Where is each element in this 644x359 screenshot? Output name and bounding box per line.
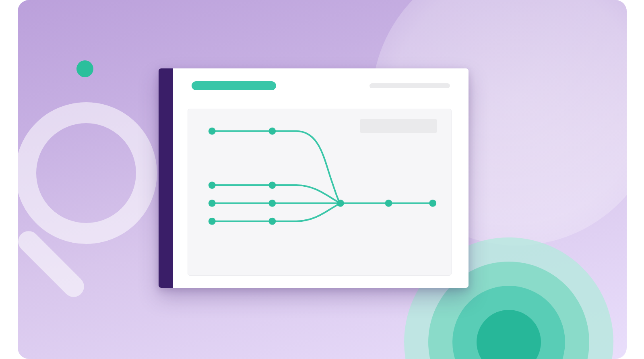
hero-illustration <box>18 0 627 359</box>
node-trunk-1 <box>385 200 392 207</box>
node-b4-c2 <box>268 218 276 225</box>
branch-2-path <box>212 185 340 203</box>
browser-card <box>159 68 469 288</box>
accent-dot-icon <box>76 60 93 77</box>
node-b4-c1 <box>208 218 215 225</box>
diagram-panel <box>188 109 452 276</box>
node-b1-c2 <box>268 128 276 135</box>
node-b2-c2 <box>268 182 276 189</box>
header-right-placeholder <box>369 83 450 88</box>
node-trunk-2 <box>429 200 436 207</box>
node-b2-c1 <box>208 182 215 189</box>
svg-point-0 <box>26 113 147 233</box>
merge-diagram <box>188 109 451 275</box>
node-b3-c2 <box>268 200 276 207</box>
title-placeholder <box>192 81 276 90</box>
branch-4-path <box>212 203 340 221</box>
node-b1-c1 <box>208 128 215 135</box>
card-sidebar <box>159 68 173 288</box>
node-merge <box>336 200 344 207</box>
svg-rect-1 <box>18 227 89 301</box>
node-b3-c1 <box>208 200 215 207</box>
card-header <box>173 68 469 103</box>
